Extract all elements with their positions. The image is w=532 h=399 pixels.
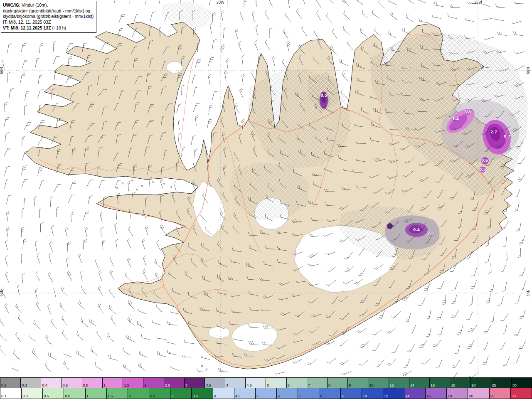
rain-scale-row: 0.10.30.50.811.522.533.544.5567891012141…: [0, 388, 532, 399]
info-line-2: rigning/skúrir (grænt/blátt/rautt - mm/1…: [3, 8, 94, 14]
legend-cell: 0.2: [0, 377, 21, 388]
precip-value-label: 0.5: [320, 94, 327, 98]
graticule-label: 20W: [216, 0, 224, 5]
info-line-vt: VT: Mið. 12.11.2025 13Z (+10 h): [3, 25, 94, 31]
graticule-label: 66N: [526, 67, 530, 74]
legend-cell-value: 25: [492, 384, 496, 387]
legend-cell-value: 1.5: [124, 384, 129, 387]
legend-cell: 4.5: [246, 377, 266, 388]
legend-cell-value: 10: [369, 384, 373, 387]
precip-value-label: 0.5: [479, 167, 486, 172]
legend-cell-value: 18: [451, 384, 455, 387]
glacier-eyjafjallajokull: [208, 327, 230, 338]
legend-cell: 7: [307, 377, 328, 388]
legend-cell: 14: [404, 388, 426, 399]
legend-cell: 25: [491, 377, 512, 388]
legend-cell-value: 12: [390, 384, 394, 387]
legend-cell-value: 9: [342, 394, 344, 398]
graticule-label: 15W: [474, 0, 482, 5]
legend-cell-value: 0.2: [1, 384, 7, 387]
legend-cell: 0.8: [64, 388, 85, 399]
legend-cell-value: 12: [384, 394, 388, 398]
legend-cell-value: 10: [363, 394, 367, 398]
legend-cell-value: 0.1: [1, 394, 7, 398]
legend-cell-value: 1.5: [108, 394, 113, 398]
legend-cell-value: 30: [512, 384, 517, 387]
legend-cell-value: 0.5: [63, 384, 68, 387]
legend-cell: 4.5: [234, 388, 256, 399]
legend-cell: 0.3: [22, 388, 43, 399]
legend-cell: 16: [430, 377, 450, 388]
legend-cell-value: 4.5: [246, 384, 252, 387]
precip-value-label: 1.4: [452, 117, 459, 121]
legend-cell: 0.8: [82, 377, 103, 388]
legend-cell: 30: [512, 377, 532, 388]
legend-cell-value: 0.5: [44, 394, 49, 398]
legend-cell: 2.5: [164, 377, 185, 388]
legend-cell: 16: [426, 388, 447, 399]
legend-cell: 0.3: [21, 377, 41, 388]
legend-cell-value: 14: [410, 384, 414, 387]
legend-cell-value: 7: [299, 394, 301, 398]
legend-cell-value: 16: [431, 384, 435, 387]
legend-cell: 0.1: [0, 388, 22, 399]
legend-cell: 6: [277, 388, 298, 399]
weather-map: UWC/IG: Vindur (10m), rigning/skúrir (gr…: [0, 0, 532, 377]
legend-cell-value: 3.5: [206, 384, 211, 387]
legend-cell-value: 14: [405, 394, 409, 398]
legend-cell: 20: [470, 377, 491, 388]
legend-cell: 2: [143, 377, 164, 388]
legend-cell-value: 8: [328, 384, 330, 387]
legend-cell-value: 9: [349, 384, 351, 387]
legend-cell: 1.5: [123, 377, 143, 388]
legend-cell-value: 5: [267, 384, 269, 387]
legend-cell: 8: [328, 377, 348, 388]
legend-cell: 4: [213, 388, 234, 399]
legend-cell: 18: [447, 388, 468, 399]
precip-value-label: 0.6: [481, 158, 488, 163]
legend-cell: 12: [389, 377, 409, 388]
legend-cell: 9: [348, 377, 368, 388]
graticule-label: 64N: [0, 289, 4, 296]
legend-cell-value: 8: [320, 394, 322, 398]
legend-cell-value: 4.5: [235, 394, 241, 398]
graticule-label: 64N: [526, 289, 530, 296]
legend-cell: 3: [185, 377, 205, 388]
legend-cell-value: 1: [103, 384, 106, 387]
legend-cell-value: 0.4: [42, 384, 47, 387]
legend-cell-value: 30: [512, 394, 516, 398]
sleet-scale-row: 0.20.30.40.50.811.522.533.544.5567891012…: [0, 377, 532, 388]
legend-cell-value: 1: [86, 394, 89, 398]
legend-cell: 2.5: [149, 388, 170, 399]
legend-cell-value: 25: [490, 394, 495, 398]
legend-cell: 5: [256, 388, 277, 399]
precip-value-label: 0.7: [504, 134, 510, 138]
legend-cell-value: 0.8: [65, 394, 70, 398]
legend-cell-value: 2: [129, 394, 131, 398]
legend-cell: 25: [490, 388, 511, 399]
graticule-label: 66N: [0, 67, 4, 74]
legend-cell: 3.5: [192, 388, 213, 399]
legend-cell: 5: [266, 377, 286, 388]
legend-cell: 30: [511, 388, 532, 399]
legend-cell: 0.5: [43, 388, 64, 399]
glacier-drangajokull: [166, 62, 183, 73]
legend-cell-value: 7: [308, 384, 310, 387]
legend-cell-value: 2: [144, 384, 146, 387]
legend-cell-value: 3: [185, 384, 187, 387]
legend-cell: 9: [341, 388, 362, 399]
legend-cell-value: 0.8: [83, 384, 89, 387]
legend-cell-value: 4: [226, 384, 228, 387]
legend-cell-value: 2.5: [150, 394, 155, 398]
legend-cell: 1: [103, 377, 123, 388]
info-line-3: slydda/snjókoma (grátt/bleikt/grænt - mm…: [3, 14, 94, 20]
legend-cell: 4: [225, 377, 246, 388]
legend-cell-value: 2.5: [165, 384, 170, 387]
legend-cell: 12: [383, 388, 404, 399]
legend-cell: 0.5: [62, 377, 82, 388]
precip-value-label: 0.6: [465, 109, 472, 113]
legend-cell-value: 0.3: [22, 384, 27, 387]
legend: 0.20.30.40.50.811.522.533.544.5567891012…: [0, 377, 532, 399]
info-line-it: IT: Mið. 12. 11. 2025 03Z: [3, 20, 94, 25]
legend-cell-value: 6: [278, 394, 280, 398]
